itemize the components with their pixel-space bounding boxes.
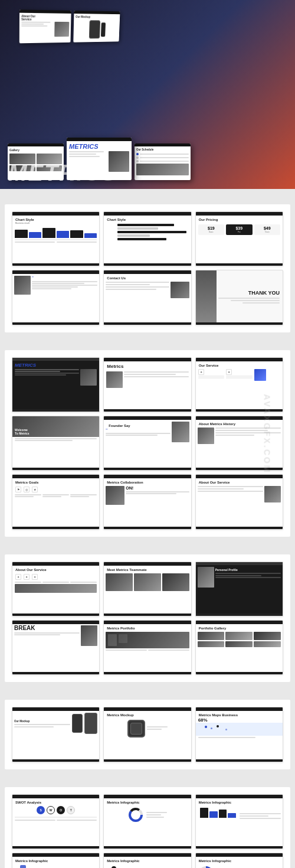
slide-metrics-white: Metrics [103,357,191,412]
slide-infographic-4: Metrics Infographic [103,853,191,868]
hero-slide-service-title: About OurService [19,13,71,22]
section-row5: SWOT Analysis S W O T Metrics Infographi… [5,787,290,868]
section-row3: About Our Service ✦ ✦ ✦ Meet Metrics Tea… [5,554,290,683]
row2-grid-1: METRICS Metrics [12,357,283,412]
infographic-donut-1 [127,807,144,823]
service3-icon-3: ✦ [32,574,38,580]
slide-metrics-mockup: Metrics Mockup [103,707,191,762]
slide-metrics-portfolio: Metrics Portfolio [103,620,191,675]
row5-grid-2: Metrics Infographic Metrics Infographi [12,853,283,868]
row3-grid-2: BREAK Metrics Portfolio [12,620,283,675]
row1-grid-top: Chart Style Business result Chart Style [12,211,283,266]
slide-metrics-dark: METRICS [12,357,100,412]
row5-grid-1: SWOT Analysis S W O T Metrics Infographi… [12,794,283,849]
slide-maps-business: Metrics Maps Business 68% [195,707,283,762]
slide-thankyou: THANK YOU [195,270,283,325]
slide-our-mockup: Our Mockup [12,707,100,762]
infographic-pie [198,865,214,868]
hero-slide-schedule-title: Our Schedule [135,146,191,152]
slide-founder-say: Founder Say " [103,416,191,471]
service3-icon-1: ✦ [15,574,21,580]
goal-icon-1: ⚑ [15,487,21,492]
service-icon-2: ✦ [226,369,232,375]
slide-infographic-5: Metrics Infographic [195,853,283,868]
slide-infographic-1: Metrics Infographic [103,794,191,849]
slide-swot: SWOT Analysis S W O T [12,794,100,849]
slide-contact: Contact Us [103,270,191,325]
slide-collaboration: Metrics Collaboration ON! [103,474,191,529]
slide-portfolio-gallery: Portfolio Gallery [195,620,283,675]
infographic-tree [106,865,122,868]
section-row1: Chart Style Business result Chart Style [5,204,290,332]
slide-pricing: Our Pricing $19 Basic $39 Pro $49 Team [195,211,283,266]
slide-infographic-2: Metrics Infographic [195,794,283,849]
slide-our-service-1: Our Service ✦ ✦ [195,357,283,412]
slide-teammate: Meet Metrics Teammate [103,562,191,616]
goal-icon-2: ◎ [24,487,30,492]
row4-grid: Our Mockup Metrics Mockup [12,707,283,762]
section-row4: Our Mockup Metrics Mockup [5,700,290,769]
row1-grid-bottom: " Contact Us [12,270,283,325]
slide-chart-style-2: Chart Style [103,211,191,266]
hero-slide-gallery-title: Gallery [8,146,64,152]
slide-welcome: WelcomeTo Metrics [12,416,100,471]
row2-grid-3: Metrics Goals ⚑ ◎ ★ [12,474,283,529]
slide-personal-profile: Personal Profile [195,562,283,616]
hero-section: About OurService Our Mockup [0,0,295,189]
row3-grid-1: About Our Service ✦ ✦ ✦ Meet Metrics Tea… [12,562,283,616]
service-icon-1: ✦ [198,369,204,375]
section-row2: METRICS Metrics [5,350,290,537]
hero-slide-metrics-title: METRICS [67,141,132,150]
service3-icon-2: ✦ [24,574,30,580]
goal-icon-3: ★ [32,487,38,492]
slide-infographic-3: Metrics Infographic [12,853,100,868]
slide-chart-style-1: Chart Style Business result [12,211,100,266]
slide-about-history: About Metrics History [195,416,283,471]
slide-goals: Metrics Goals ⚑ ◎ ★ [12,474,100,529]
slide-about-service-3: About Our Service ✦ ✦ ✦ [12,562,100,616]
row2-grid-2: WelcomeTo Metrics Founder Say " [12,416,283,471]
slide-quote: " [12,270,100,325]
slide-break: BREAK [12,620,100,675]
slide-about-service-2: About Our Service [195,474,283,529]
